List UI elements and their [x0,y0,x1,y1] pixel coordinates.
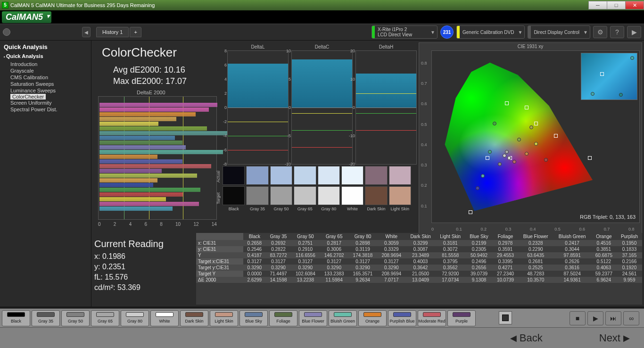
patch-button-purple[interactable]: Purple [447,310,476,326]
app-logo-dropdown[interactable]: CalMAN5 [2,11,51,23]
stop-icon: ■ [576,315,579,322]
collapse-sidebar-button[interactable]: ◀ [82,27,91,37]
tab-add[interactable]: + [130,27,141,37]
table-row: Target x:CIE310.31270.31270.31270.31270.… [196,258,642,265]
swatch-target[interactable] [365,186,387,205]
play-button[interactable]: ▶ [587,311,603,325]
table-row: y: CIE310.25460.28220.29100.30060.31190.… [196,246,642,252]
sidebar-item-grayscale[interactable]: Grayscale [4,67,87,74]
swatch-target[interactable] [318,186,340,205]
patch-button-blue-flower[interactable]: Blue Flower [299,310,327,326]
swatch-actual[interactable] [341,166,363,185]
cie-measured-dot [481,174,485,178]
patch-button-bluish-green[interactable]: Bluish Green [329,310,357,326]
help-button[interactable]: ? [610,26,624,38]
swatch-actual[interactable] [223,166,245,185]
current-patch-indicator [499,311,512,324]
maximize-button[interactable]: □ [607,1,626,9]
patch-button-white[interactable]: White [150,310,179,326]
patch-button-gray-80[interactable]: Gray 80 [121,310,149,326]
deltae-bar [99,169,162,173]
patch-button-gray-50[interactable]: Gray 50 [61,310,90,326]
reading-cd: cd/m²: 53.369 [94,283,164,292]
sidebar-item-spectral-power-dist-[interactable]: Spectral Power Dist. [4,106,87,113]
deltae-bar [99,174,197,178]
swatch-label: Dark Skin [365,207,387,211]
deltae-bar [99,136,175,140]
swatch-actual[interactable] [270,166,292,185]
sidebar-item-saturation-sweeps[interactable]: Saturation Sweeps [4,81,87,87]
swatch-actual[interactable] [246,166,268,185]
patch-button-dark-skin[interactable]: Dark Skin [180,310,208,326]
meter-device-dropdown[interactable]: X-Rite i1Pro 2LCD Direct View ▼ [372,25,438,39]
chevron-down-icon: ▼ [430,30,435,35]
table-row: Target Y0.000071.4497102.6084133.2383165… [196,271,642,277]
table-header: Bluish Green [553,233,591,240]
swatch-target[interactable] [246,186,268,205]
sidebar-item-introduction[interactable]: Introduction [4,61,87,67]
swatch-target-label: Target [216,192,221,204]
patch-button-purplish-blue[interactable]: Purplish Blue [388,310,416,326]
minimize-button[interactable]: ─ [588,1,607,9]
swatch-actual[interactable] [318,166,340,185]
swatch-target[interactable] [389,186,411,205]
swatch-target[interactable] [270,186,292,205]
record-indicator[interactable] [3,28,10,36]
source-device-dropdown[interactable]: Generic Calibration DVD ▼ [456,25,525,39]
back-button[interactable]: ◀Back [510,332,543,344]
table-header: Light Skin [435,233,465,240]
app-icon: 5 [2,2,8,8]
swatch-actual[interactable] [294,166,316,185]
content-area: ColorChecker Avg dE2000: 10.16 Max dE200… [91,41,644,307]
sidebar-item-colorchecker[interactable]: ColorChecker [10,94,46,99]
tab-history-1[interactable]: History 1 [96,27,129,37]
deltah-chart: DeltaH 20100-10-20 [355,44,417,164]
deltae-bar [99,192,183,197]
settings-button[interactable]: ⚙ [593,26,607,38]
chevron-down-icon: ▼ [518,30,522,35]
deltae-bar [99,108,209,112]
expand-button[interactable]: ▶ [627,26,641,38]
table-header: Orange [591,233,617,240]
deltae-bar [99,122,158,126]
logo-bar: CalMAN5 [0,10,644,24]
next-button[interactable]: Next▶ [599,332,630,344]
swatch-label: White [341,207,363,211]
patch-button-moderate-red[interactable]: Moderate Red [418,310,446,326]
cie-zoom-inset [581,53,637,100]
swatch-target[interactable] [223,186,245,205]
patch-button-light-skin[interactable]: Light Skin [210,310,238,326]
chevron-down-icon: ▼ [583,30,588,35]
table-header: White [377,233,406,240]
loop-button[interactable]: ∞ [623,311,639,325]
deltae-bar [99,197,166,201]
patch-button-gray-65[interactable]: Gray 65 [91,310,119,326]
sidebar-item-screen-uniformity[interactable]: Screen Uniformity [4,99,87,106]
display-device-dropdown[interactable]: Direct Display Control ▼ [528,25,590,39]
stop-button[interactable]: ■ [570,311,586,325]
swatch-target[interactable] [294,186,316,205]
table-header: Gray 35 [265,233,291,240]
patch-button-gray-35[interactable]: Gray 35 [32,310,60,326]
pattern-badge[interactable]: 231 [440,25,454,39]
reading-fl: fL: 15.576 [94,273,164,282]
deltae-bar [99,159,182,164]
bottom-patch-bar: BlackGray 35Gray 50Gray 65Gray 80WhiteDa… [0,308,644,327]
step-button[interactable]: ⏭ [605,311,621,325]
sidebar-section[interactable]: Quick Analysis [4,53,87,59]
patch-button-blue-sky[interactable]: Blue Sky [239,310,268,326]
window-titlebar: 5 CalMAN 5 CalMAN Ultimate for Business … [0,0,644,10]
swatch-target[interactable] [341,186,363,205]
patch-button-orange[interactable]: Orange [358,310,387,326]
swatch-actual[interactable] [389,166,411,185]
deltal-chart: DeltaL 86420-2-4-6-8 [227,44,289,164]
sidebar-item-luminance-sweeps[interactable]: Luminance Sweeps [4,87,87,94]
table-header: Gray 50 [291,233,320,240]
close-button[interactable]: ✕ [625,1,644,9]
patch-button-foliage[interactable]: Foliage [269,310,297,326]
sidebar-item-cms-calibration[interactable]: CMS Calibration [4,74,87,81]
swatch-actual[interactable] [365,166,387,185]
patch-button-black[interactable]: Black [2,310,30,326]
reading-x: x: 0.1986 [94,252,164,261]
help-icon: ? [615,28,619,36]
